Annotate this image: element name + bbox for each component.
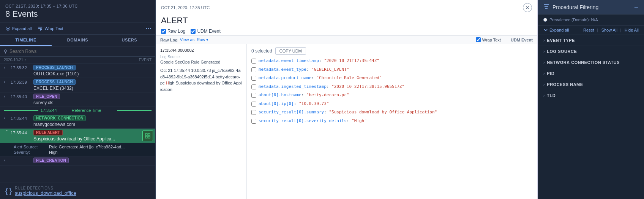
raw-log-checkbox[interactable] <box>161 29 166 34</box>
timeline-row[interactable]: › 17:35:32 PROCESS_LAUNCH OUTLOOK.exe (1… <box>0 64 155 78</box>
event-badge: RULE ALERT <box>33 130 63 135</box>
section-label: EVENT TYPE <box>547 38 575 43</box>
row-content: PROCESS_LAUNCH EXCEL.EXE (3432) <box>33 79 153 91</box>
row-time: 17:35:44 <box>11 131 33 135</box>
modal-close-button[interactable]: ✕ <box>523 3 532 12</box>
udm-field-checkbox[interactable] <box>251 67 256 72</box>
udm-field-row: metadata.event_type: "GENERIC_EVENT" <box>251 67 533 73</box>
rule-detections-label: RULE DETECTIONS <box>15 186 76 190</box>
tab-domains[interactable]: DOMAINS <box>52 35 103 46</box>
right-header: Procedural Filtering → <box>538 0 644 14</box>
alert-source-value: Rule Generated Alert [jo_c7fca982-4ad... <box>49 145 125 149</box>
raw-log-col-label: Raw Log <box>160 38 178 42</box>
timeline-row[interactable]: › 17:35:39 PROCESS_LAUNCH EXCEL.EXE (343… <box>0 78 155 92</box>
udm-field-checkbox[interactable] <box>251 119 256 124</box>
udm-event-label: UDM Event <box>197 29 220 34</box>
tab-users[interactable]: USERS <box>104 35 155 46</box>
log-source-label: Log Source: <box>160 55 242 59</box>
filter-section-tld: › TLD <box>538 90 644 101</box>
modal-checkboxes: Raw Log UDM Event <box>156 27 537 36</box>
severity-value: High <box>49 150 58 154</box>
svg-rect-0 <box>145 134 147 135</box>
event-name: survey.xls <box>33 100 53 105</box>
row-chevron: › <box>4 65 9 70</box>
udm-field-checkbox[interactable] <box>251 59 256 64</box>
row-time: 17:35:32 <box>11 65 33 70</box>
udm-field-row: about[0].hostname: "betty-decaro-pc" <box>251 92 533 99</box>
copy-udm-button[interactable]: COPY UDM <box>275 47 306 55</box>
event-badge: FILE_CREATION <box>33 158 69 163</box>
search-input[interactable] <box>9 49 152 54</box>
udm-event-checkbox[interactable] <box>191 29 196 34</box>
udm-field-checkbox[interactable] <box>251 76 256 81</box>
timeline-row-active[interactable]: › 17:35:44 RULE ALERT Suspicious downloa… <box>0 129 155 143</box>
row-chevron: › <box>4 158 9 162</box>
udm-event-checkbox-label[interactable]: UDM Event <box>191 29 220 34</box>
row-chevron: › <box>4 80 9 84</box>
filter-section-header[interactable]: › LOG SOURCE <box>538 46 644 57</box>
expand-all-label: Expand all <box>12 26 32 31</box>
row-time: 17:35:39 <box>11 80 33 84</box>
udm-field-checkbox[interactable] <box>251 110 256 115</box>
section-chevron: › <box>543 72 545 76</box>
row-chevron: › <box>4 94 9 99</box>
filter-section-header[interactable]: › NETWORK CONNECTION STATUS <box>538 57 644 68</box>
filter-section-event-type: › EVENT TYPE <box>538 35 644 46</box>
expanded-details: Alert Source: Rule Generated Alert [jo_c… <box>0 143 155 156</box>
udm-field-checkbox[interactable] <box>251 93 256 98</box>
right-arrow-button[interactable]: → <box>633 4 639 10</box>
event-badge: FILE_OPEN <box>33 94 60 99</box>
udm-selected-count: 0 selected <box>251 48 272 54</box>
udm-field-checkbox[interactable] <box>251 84 256 89</box>
modal-col-headers: Raw Log View as: Raw ▾ Wrap Text UDM Eve… <box>156 36 537 44</box>
raw-log-checkbox-label[interactable]: Raw Log <box>161 29 185 34</box>
event-badge: PROCESS_LAUNCH <box>33 65 76 70</box>
row-content: RULE ALERT Suspicious download by Office… <box>33 130 142 142</box>
show-all-link[interactable]: Show All <box>601 28 617 32</box>
left-toolbar: Expand all Wrap Text ⋯ <box>0 22 155 35</box>
event-name: Suspicious download by Office Applica... <box>33 136 115 142</box>
event-badge: NETWORK_CONNECTION <box>33 115 86 121</box>
svg-rect-3 <box>148 136 150 138</box>
event-name: OUTLOOK.exe (1101) <box>33 71 79 76</box>
event-count: 8 Events <box>5 9 150 19</box>
prevalence-dot <box>543 18 547 22</box>
left-panel: OCT 21ST, 2020: 17:35 – 17:36 UTC 8 Even… <box>0 0 156 199</box>
filter-section-header[interactable]: › EVENT TYPE <box>538 35 644 46</box>
hide-all-link[interactable]: Hide All <box>625 28 639 32</box>
section-chevron: › <box>543 94 545 98</box>
section-label: LOG SOURCE <box>547 49 577 54</box>
rule-alert-icon <box>142 131 153 141</box>
right-expand-all-button[interactable]: Expand all <box>543 28 569 32</box>
filter-section-header[interactable]: › TLD <box>538 90 644 101</box>
expand-all-button[interactable]: Expand all <box>4 25 33 32</box>
view-as-dropdown[interactable]: View as: Raw ▾ <box>180 37 209 42</box>
timeline-row[interactable]: › 17:35:40 FILE_OPEN survey.xls <box>0 92 155 107</box>
timeline-list: 2020-10-21 ↑ EVENT › 17:35:32 PROCESS_LA… <box>0 57 155 183</box>
tab-timeline[interactable]: TIMELINE <box>0 35 52 46</box>
udm-field-checkbox[interactable] <box>251 102 256 107</box>
row-time: 17:35:44 <box>11 116 33 121</box>
action-links: Reset | Show All | Hide All <box>583 28 639 32</box>
udm-field-text: metadata.product_name: "Chronicle Rule G… <box>259 75 382 81</box>
right-scroll: Prevalence (Domain): N/A Expand all Rese… <box>538 14 644 199</box>
event-name: manygoodnews.com <box>33 122 75 127</box>
rule-detections: { } RULE DETECTIONS suspicious_download_… <box>0 183 155 199</box>
expand-icon <box>5 26 11 31</box>
filter-section-network-status: › NETWORK CONNECTION STATUS <box>538 57 644 68</box>
rule-detections-link[interactable]: suspicious_download_office <box>15 190 76 196</box>
timeline-row[interactable]: › 17:35:44 NETWORK_CONNECTION manygoodne… <box>0 114 155 129</box>
more-button[interactable]: ⋯ <box>145 25 152 32</box>
search-row: ⚲ <box>0 46 155 57</box>
row-chevron: › <box>4 116 9 120</box>
filter-section-header[interactable]: › PROCESS NAME <box>538 79 644 90</box>
udm-field-text: security_result[0].summary: "Suspicious … <box>259 109 437 116</box>
left-header: OCT 21ST, 2020: 17:35 – 17:36 UTC 8 Even… <box>0 0 155 22</box>
wrap-text-label: Wrap Text <box>482 38 501 42</box>
section-label: NETWORK CONNECTION STATUS <box>547 60 620 65</box>
reset-link[interactable]: Reset <box>583 28 594 32</box>
filter-section-header[interactable]: › PID <box>538 68 644 79</box>
timeline-row[interactable]: › FILE_CREATION <box>0 156 155 166</box>
wrap-text-checkbox[interactable] <box>476 37 481 42</box>
wrap-text-button[interactable]: Wrap Text <box>36 25 65 32</box>
